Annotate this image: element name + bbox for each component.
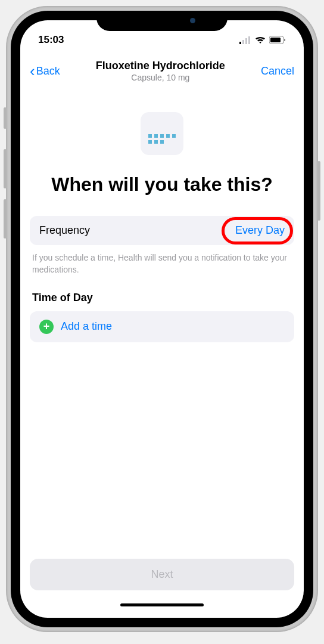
status-time: 15:03 [38, 34, 64, 46]
frequency-value: Every Day [235, 224, 285, 237]
time-of-day-header: Time of Day [30, 292, 294, 304]
next-button[interactable]: Next [30, 559, 294, 590]
frequency-label: Frequency [39, 224, 90, 237]
phone-frame: 15:03 ‹ Back Fluoxetine Hydrochloride Ca… [6, 6, 318, 632]
phone-bezel: 15:03 ‹ Back Fluoxetine Hydrochloride Ca… [11, 11, 313, 627]
page-heading: When will you take this? [30, 173, 294, 196]
calendar-dots [148, 134, 176, 144]
volume-up-button [4, 149, 7, 188]
mute-switch [4, 107, 7, 129]
svg-rect-1 [242, 40, 244, 44]
power-button [317, 161, 320, 221]
home-indicator-area [30, 603, 294, 618]
content: When will you take this? Frequency Every… [20, 88, 304, 618]
nav-title-group: Fluoxetine Hydrochloride Capsule, 10 mg [60, 60, 261, 82]
calendar-icon [141, 112, 183, 155]
add-time-button[interactable]: + Add a time [30, 311, 294, 342]
home-indicator[interactable] [120, 603, 204, 606]
screen: 15:03 ‹ Back Fluoxetine Hydrochloride Ca… [20, 20, 304, 618]
frequency-row[interactable]: Frequency Every Day [30, 216, 294, 245]
chevron-left-icon: ‹ [30, 62, 35, 80]
volume-down-button [4, 199, 7, 239]
back-button[interactable]: ‹ Back [30, 62, 60, 80]
phone-notch [96, 11, 228, 31]
svg-rect-3 [248, 36, 250, 44]
status-icons [239, 36, 286, 44]
nav-subtitle: Capsule, 10 mg [60, 73, 261, 82]
svg-rect-2 [245, 38, 247, 44]
svg-rect-5 [270, 38, 281, 42]
nav-bar: ‹ Back Fluoxetine Hydrochloride Capsule,… [20, 54, 304, 88]
add-time-label: Add a time [61, 320, 112, 333]
calendar-illustration-wrap [30, 112, 294, 155]
nav-title: Fluoxetine Hydrochloride [60, 60, 261, 72]
svg-rect-6 [284, 39, 285, 41]
svg-rect-0 [239, 42, 241, 44]
cellular-signal-icon [239, 36, 251, 44]
plus-circle-icon: + [39, 320, 54, 334]
cancel-button[interactable]: Cancel [261, 65, 294, 78]
wifi-icon [255, 36, 266, 44]
back-label: Back [36, 65, 60, 78]
helper-text: If you schedule a time, Health will send… [30, 252, 294, 275]
spacer [30, 342, 294, 552]
battery-icon [269, 36, 286, 44]
